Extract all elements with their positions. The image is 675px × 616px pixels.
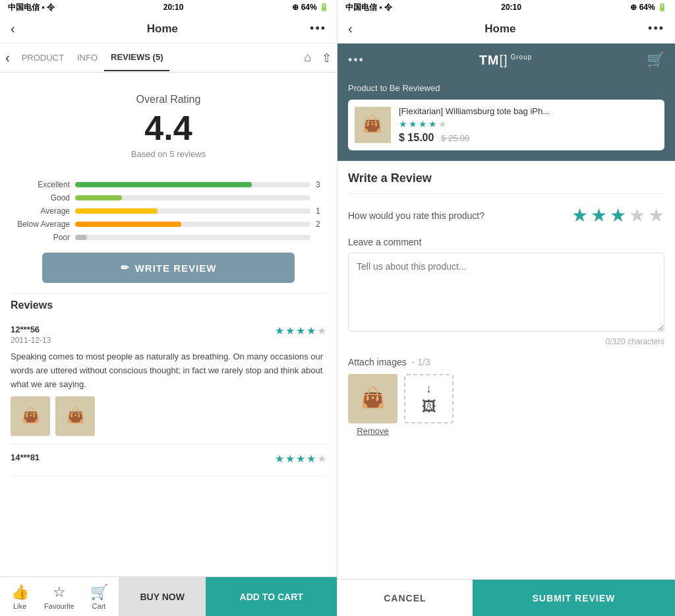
review-text-0: Speaking comes to most people as natural…: [11, 350, 326, 391]
right-nav-bar: ‹ Home •••: [338, 15, 675, 44]
star-2: ★: [285, 324, 295, 337]
right-action-bar: CANCEL SUBMIT REVIEW: [338, 579, 675, 616]
review-stars-0: ★ ★ ★ ★ ★: [275, 324, 326, 337]
star-3: ★: [296, 324, 305, 337]
review-item-0: 12***56 2011-12-13 ★ ★ ★ ★ ★ Speaking co…: [11, 317, 326, 445]
status-signal-right: 中国电信 ▪ 令: [345, 2, 392, 13]
rating-row-poor: Poor: [11, 233, 326, 242]
star-5: ★: [317, 452, 326, 465]
rating-row-average: Average 1: [11, 206, 326, 216]
download-icon: ↓: [426, 382, 432, 396]
left-panel: 中国电信 ▪ 令 20:10 ⊕ 64% 🔋 ‹ Home ••• ‹ PROD…: [0, 0, 338, 616]
like-icon: 👍: [11, 584, 29, 601]
bar-track-good: [75, 195, 310, 200]
tab-bar: ‹ PRODUCT INFO REVIEWS (5) ⌂ ⇧: [0, 44, 337, 73]
star-4: ★: [307, 324, 316, 337]
rating-row-below-average: Below Average 2: [11, 220, 326, 229]
brand-header: ••• TM[] Group 🛒: [338, 44, 675, 77]
cart-label: Cart: [92, 602, 106, 610]
favourite-button[interactable]: ☆ Favourite: [40, 577, 79, 616]
attach-images-container: 👜 Remove ↓ 🖼: [348, 374, 664, 436]
svg-text:👜: 👜: [67, 406, 85, 424]
rate-star-4[interactable]: ★: [629, 204, 645, 226]
cancel-button[interactable]: CANCEL: [338, 580, 473, 616]
brand-menu-dots[interactable]: •••: [348, 53, 365, 67]
home-icon[interactable]: ⌂: [304, 51, 311, 65]
right-nav-back-button[interactable]: ‹: [348, 21, 353, 36]
bar-track-average: [75, 208, 310, 214]
write-review-button[interactable]: ✏ WRITE REVIEW: [42, 253, 295, 283]
overall-rating-score: 4.4: [11, 111, 326, 145]
product-price-new: $ 15.00: [399, 132, 434, 143]
review-header-0: 12***56 2011-12-13 ★ ★ ★ ★ ★: [11, 324, 326, 345]
comment-textarea[interactable]: [348, 253, 664, 332]
image-placeholder-icon: 🖼: [422, 398, 436, 416]
star-1: ★: [275, 324, 284, 337]
bar-track-below-average: [75, 222, 310, 227]
rating-question-row: How would you rate this product? ★ ★ ★ ★…: [348, 204, 664, 226]
prod-star-2: ★: [409, 119, 417, 129]
bar-track-excellent: [75, 182, 310, 187]
write-review-label: WRITE REVIEW: [135, 262, 217, 274]
tab-bar-back-button[interactable]: ‹: [5, 50, 10, 65]
status-signal: 中国电信 ▪ 令: [8, 2, 55, 13]
left-nav-bar: ‹ Home •••: [0, 15, 337, 44]
rating-row-excellent: Excellent 3: [11, 180, 326, 189]
share-icon[interactable]: ⇧: [322, 51, 332, 65]
write-review-title: Write a Review: [348, 171, 664, 194]
remove-image-link[interactable]: Remove: [348, 426, 397, 436]
add-to-cart-button[interactable]: ADD TO CART: [206, 577, 337, 616]
prod-star-1: ★: [399, 119, 407, 129]
rate-star-1[interactable]: ★: [572, 204, 588, 226]
header-cart-icon[interactable]: 🛒: [647, 51, 664, 69]
status-bar-right: 中国电信 ▪ 令 20:10 ⊕ 64% 🔋: [338, 0, 675, 15]
rating-label-good: Good: [11, 193, 70, 202]
reviewer-name-0: 12***56: [11, 324, 51, 334]
tab-product[interactable]: PRODUCT: [15, 45, 71, 71]
product-price: $ 15.00 $ 25.00: [399, 132, 550, 144]
status-time-right: 20:10: [501, 3, 521, 12]
like-label: Like: [13, 602, 26, 610]
prod-star-3: ★: [419, 119, 427, 129]
attached-image-0: 👜: [348, 374, 397, 423]
buy-now-button[interactable]: BUY NOW: [119, 577, 206, 616]
left-nav-back-button[interactable]: ‹: [11, 21, 15, 36]
reviewer-name-1: 14***81: [11, 452, 40, 462]
status-battery: ⊕ 64% 🔋: [292, 3, 329, 12]
product-price-old: $ 25.00: [441, 133, 469, 143]
bar-track-poor: [75, 235, 310, 240]
char-count: 0/320 characters: [348, 337, 664, 346]
rate-star-2[interactable]: ★: [591, 204, 607, 226]
star-3: ★: [296, 452, 305, 465]
submit-review-button[interactable]: SUBMIT REVIEW: [473, 580, 675, 616]
review-stars-1: ★ ★ ★ ★ ★: [275, 452, 326, 465]
rate-star-5[interactable]: ★: [648, 204, 664, 226]
action-bar: 👍 Like ☆ Favourite 🛒 Cart BUY NOW ADD TO…: [0, 576, 337, 616]
review-item-1: 14***81 ★ ★ ★ ★ ★: [11, 445, 326, 476]
comment-label: Leave a comment: [348, 237, 664, 247]
cart-icon-button[interactable]: 🛒 Cart: [79, 577, 119, 616]
tab-info[interactable]: INFO: [71, 45, 104, 71]
attach-images-row: Attach images - 1/3 👜 Remove ↓ 🖼: [348, 357, 664, 436]
rating-count-excellent: 3: [316, 180, 326, 189]
overall-rating-based: Based on 5 reviews: [11, 149, 326, 159]
rate-star-3[interactable]: ★: [610, 204, 626, 226]
rating-question-label: How would you rate this product?: [348, 210, 484, 221]
add-image-button[interactable]: ↓ 🖼: [404, 374, 454, 423]
right-panel: 中国电信 ▪ 令 20:10 ⊕ 64% 🔋 ‹ Home ••• ••• TM…: [338, 0, 675, 616]
product-thumbnail: 👜: [355, 107, 391, 143]
svg-text:👜: 👜: [22, 406, 40, 424]
rating-label-poor: Poor: [11, 233, 70, 242]
rating-label-below-average: Below Average: [11, 220, 70, 229]
svg-text:👜: 👜: [363, 114, 382, 133]
tab-reviews[interactable]: REVIEWS (5): [104, 44, 169, 71]
star-1: ★: [275, 452, 284, 465]
star-rating-selector[interactable]: ★ ★ ★ ★ ★: [572, 204, 664, 226]
left-content: Overal Rating 4.4 Based on 5 reviews Exc…: [0, 73, 337, 576]
bar-fill-excellent: [75, 182, 252, 187]
like-button[interactable]: 👍 Like: [0, 577, 40, 616]
left-nav-more-button[interactable]: •••: [310, 22, 326, 36]
bar-fill-below-average: [75, 222, 181, 227]
rating-label-average: Average: [11, 206, 70, 216]
right-nav-more-button[interactable]: •••: [648, 22, 664, 36]
